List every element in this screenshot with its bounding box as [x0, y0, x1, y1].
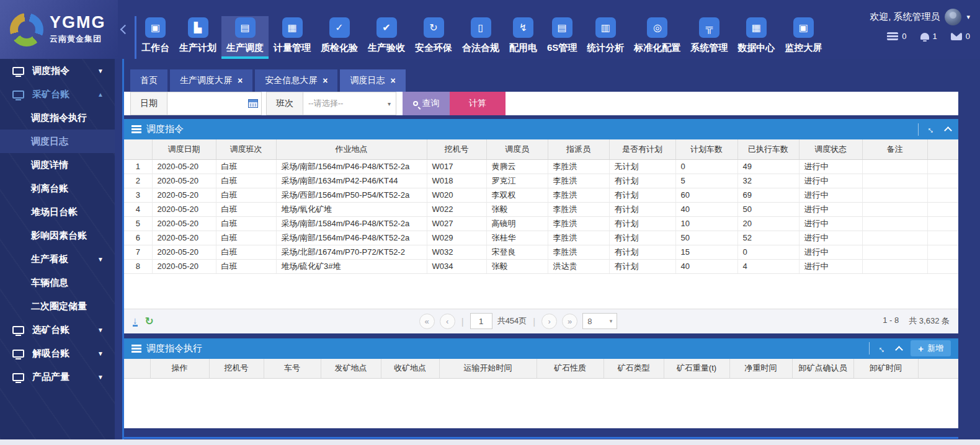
topnav-item-label: 计量管理: [274, 42, 311, 54]
expand-icon[interactable]: ↔: [876, 341, 889, 355]
first-page-button[interactable]: «: [419, 314, 435, 329]
topnav-item[interactable]: 生产验收: [363, 16, 410, 59]
sidebar-item[interactable]: 产品产量: [0, 365, 115, 389]
next-page-button[interactable]: ›: [541, 314, 557, 329]
topnav-item[interactable]: 合法合规: [457, 16, 504, 59]
date-input[interactable]: [167, 92, 261, 115]
sidebar-item[interactable]: 调度详情: [0, 153, 115, 177]
horizontal-scrollbar[interactable]: [0, 439, 980, 445]
table-row[interactable]: 5 2020-05-20 白班 采场/南部/1584m/P46-P48/KT52…: [124, 216, 958, 231]
topnav-item[interactable]: 数据中心: [733, 16, 780, 59]
column-header: 调度状态: [799, 139, 862, 159]
collapse-icon[interactable]: [895, 346, 903, 354]
table-row[interactable]: 1 2020-05-20 白班 采场/南部/1564m/P46-P48/KT52…: [124, 159, 958, 174]
sidebar-item[interactable]: 二次圈定储量: [0, 294, 115, 318]
tab-close-icon[interactable]: [238, 76, 243, 85]
topnav-item[interactable]: 标准化配置: [629, 16, 685, 59]
tab[interactable]: 调度日志: [340, 69, 405, 92]
sidebar-item[interactable]: 车辆信息: [0, 271, 115, 294]
column-header: 计划车数: [675, 139, 737, 159]
notification-badge[interactable]: 0: [951, 32, 970, 41]
prev-page-button[interactable]: ‹: [440, 314, 455, 329]
table-row[interactable]: 2 2020-05-20 白班 采场/南部/1634m/P42-P46/KT44…: [124, 174, 958, 188]
cell-remark: [862, 216, 927, 231]
table-row[interactable]: 4 2020-05-20 白班 堆场/氧化矿堆 W022 张毅 李胜洪 有计划 …: [124, 202, 958, 216]
sidebar-item[interactable]: 采矿台账: [0, 82, 115, 106]
topnav-item[interactable]: 系统管理: [685, 16, 733, 59]
table-row[interactable]: 3 2020-05-20 白班 采场/西部/1564m/P50-P54/KT52…: [124, 188, 958, 202]
tab[interactable]: 安全信息大屏: [255, 69, 337, 92]
tab-close-icon[interactable]: [390, 76, 395, 85]
cell-dispatch-date: 2020-05-20: [152, 202, 216, 216]
tab-label: 生产调度大屏: [180, 75, 232, 86]
sidebar-item[interactable]: 影响因素台账: [0, 224, 115, 247]
topnav-item-label: 工作台: [141, 42, 169, 54]
tab[interactable]: 生产调度大屏: [170, 69, 252, 92]
topnav-item[interactable]: 质检化验: [316, 16, 363, 59]
cell-remark: [862, 245, 927, 259]
tab-close-icon[interactable]: [323, 76, 327, 85]
topnav-item[interactable]: 监控大屏: [780, 16, 827, 59]
cell-has-plan: 有计划: [609, 216, 675, 231]
topnav-item-icon: [145, 17, 166, 38]
cell-planned-trucks: 0: [675, 159, 737, 174]
brand-abbr: YGMG: [50, 14, 106, 31]
topnav-item[interactable]: 工作台: [136, 16, 174, 59]
cell-extra: [927, 245, 958, 259]
sidebar-item[interactable]: 堆场日台帐: [0, 200, 115, 224]
calc-button[interactable]: 计算: [450, 92, 506, 115]
sidebar-item[interactable]: 调度指令: [0, 59, 115, 82]
page-size-select[interactable]: 8 ▾: [582, 313, 617, 329]
topnav-item[interactable]: 配用电: [504, 16, 542, 59]
topnav-item[interactable]: 计量管理: [269, 16, 316, 59]
sidebar-item[interactable]: 解吸台账: [0, 341, 115, 365]
refresh-icon[interactable]: [145, 316, 154, 327]
sidebar-item[interactable]: 调度日志: [0, 130, 115, 153]
topnav-item-icon: [699, 17, 719, 38]
table-row[interactable]: 8 2020-05-20 白班 堆场/硫化矿3#堆 W034 张毅 洪达贵 有计…: [124, 259, 958, 273]
page-number-input[interactable]: [470, 313, 492, 329]
notification-badge[interactable]: 0: [887, 32, 906, 41]
badge-icon: [951, 33, 962, 40]
cell-shift: 白班: [216, 245, 276, 259]
table-row[interactable]: 7 2020-05-20 白班 采场/北部/1674m/P70-P72/KT52…: [124, 245, 958, 259]
notification-badge[interactable]: 1: [920, 32, 937, 41]
column-header: [124, 359, 150, 379]
topnav-item[interactable]: 生产调度: [221, 16, 269, 59]
sidebar-item-label: 车辆信息: [31, 277, 68, 289]
add-button[interactable]: + 新增: [911, 340, 951, 356]
table-row[interactable]: 6 2020-05-20 白班 采场/南部/1564m/P46-P48/KT52…: [124, 231, 958, 245]
sidebar-item[interactable]: 剥离台账: [0, 177, 115, 200]
avatar[interactable]: [945, 9, 961, 25]
sidebar-item[interactable]: 调度指令执行: [0, 106, 115, 130]
shift-label: 班次: [266, 92, 303, 115]
cell-dispatch-date: 2020-05-20: [152, 245, 216, 259]
topnav-item[interactable]: 统计分析: [582, 16, 629, 59]
expand-icon[interactable]: ↔: [925, 123, 938, 136]
tab[interactable]: 首页: [130, 69, 167, 92]
sidebar-item[interactable]: 选矿台账: [0, 318, 115, 341]
cell-executed-trucks: 20: [737, 216, 799, 231]
cell-status: 进行中: [799, 174, 862, 188]
query-button[interactable]: 查询: [403, 92, 450, 115]
query-button-label: 查询: [422, 98, 440, 109]
calendar-icon[interactable]: [248, 99, 258, 108]
cell-extra: [927, 159, 958, 174]
record-range: 1 - 8: [883, 315, 899, 327]
collapse-icon[interactable]: [944, 126, 952, 134]
topnav-item[interactable]: 安全环保: [410, 16, 457, 59]
sidebar-item-label: 采矿台账: [32, 89, 69, 100]
topnav-item[interactable]: 6S管理: [542, 16, 582, 59]
sidebar-collapse-icon[interactable]: [120, 25, 130, 35]
column-header: 卸矿时间: [853, 359, 918, 379]
sidebar-item[interactable]: 生产看板: [0, 247, 115, 271]
shift-select[interactable]: --请选择-- ▾: [303, 92, 396, 115]
last-page-button[interactable]: »: [562, 314, 577, 329]
topnav-item-icon: [746, 17, 767, 38]
topnav-item[interactable]: 生产计划: [174, 16, 221, 59]
download-icon[interactable]: [133, 315, 138, 327]
cell-shift: 白班: [216, 202, 276, 216]
monitor-icon: [12, 326, 24, 334]
cell-has-plan: 有计划: [609, 231, 675, 245]
user-menu[interactable]: 欢迎, 系统管理员 ▾: [870, 9, 970, 25]
